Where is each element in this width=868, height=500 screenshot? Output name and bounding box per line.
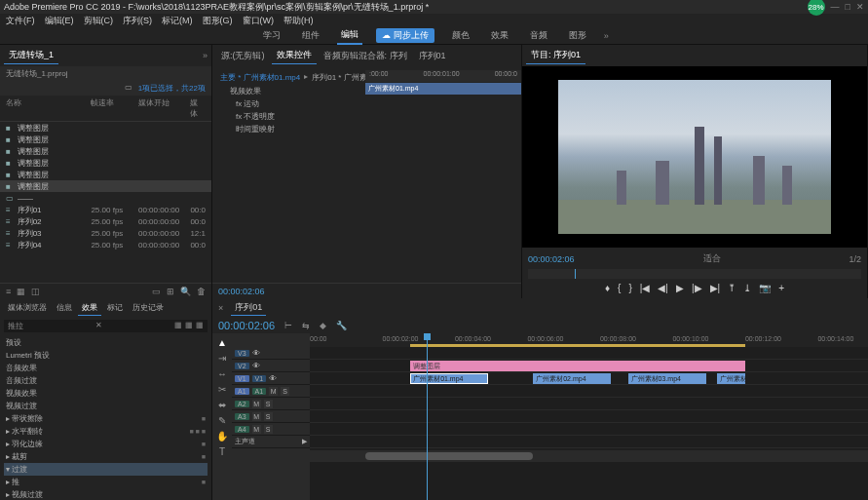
effect-item[interactable]: ▸ 视频过渡 (4, 488, 208, 500)
tl-snap-icon[interactable]: ⊢ (284, 321, 292, 330)
menu-edit[interactable]: 编辑(E) (45, 15, 74, 27)
window-close[interactable]: ✕ (856, 2, 864, 12)
timeline-timecode[interactable]: 00:00:02:06 (218, 320, 275, 331)
eff-tab-effects[interactable]: 效果 (78, 300, 101, 316)
track-head-v3[interactable]: V3👁 (232, 347, 310, 360)
effect-item[interactable]: ▸ 羽化边缘■ (4, 438, 208, 450)
ripple-tool-icon[interactable]: ↔ (217, 368, 227, 379)
menu-sequence[interactable]: 序列(S) (123, 15, 152, 27)
menu-marker[interactable]: 标记(M) (162, 15, 193, 27)
export-frame-icon[interactable]: 📷 (759, 283, 771, 293)
timeline-tracks[interactable]: 00:00 00:00:02:00 00:00:04:00 00:00:06:0… (310, 333, 868, 500)
eff-folder[interactable]: 音频效果 (4, 362, 208, 374)
eff-folder[interactable]: 视频效果 (4, 387, 208, 400)
tl-marker-icon[interactable]: ◆ (320, 321, 326, 330)
selection-tool-icon[interactable]: ▲ (217, 337, 227, 348)
track-head-a2[interactable]: A2MS (232, 398, 310, 410)
ws-effects[interactable]: 效果 (487, 27, 512, 44)
clip-v1-3[interactable]: 广州素材03.mp4 (628, 373, 706, 384)
mark-out-icon[interactable]: } (628, 283, 631, 293)
menu-clip[interactable]: 剪辑(C) (84, 15, 114, 27)
timeline-zoom-bar[interactable] (310, 450, 868, 462)
eff-tab-media[interactable]: 媒体浏览器 (4, 300, 51, 316)
clip-v1-1[interactable]: 广州素材01.mp4 (410, 373, 488, 384)
ws-learn[interactable]: 学习 (259, 27, 284, 44)
menu-help[interactable]: 帮助(H) (283, 15, 314, 27)
ec-timecode[interactable]: 00:00:02:06 (218, 287, 265, 296)
ec-tab-seq[interactable]: 序列01 (414, 48, 451, 64)
eff-folder[interactable]: 预设 (4, 336, 208, 349)
bin-row[interactable]: ≡序列0425.00 fps00:00:00:0000:0 (0, 239, 211, 250)
bin-row[interactable]: ■调整图层 (0, 169, 211, 180)
freeform-view-icon[interactable]: ◫ (31, 287, 40, 296)
effect-item[interactable]: ▸ 带状擦除■ (4, 412, 208, 425)
goto-out-icon[interactable]: ▶| (710, 283, 721, 293)
step-back-icon[interactable]: ◀| (658, 283, 668, 293)
clear-search-icon[interactable]: ✕ (95, 321, 102, 331)
ws-color[interactable]: 颜色 (448, 27, 473, 44)
find-icon[interactable]: 🔍 (180, 287, 191, 296)
step-fwd-icon[interactable]: |▶ (692, 283, 702, 293)
new-bin-icon[interactable]: ▭ (152, 287, 161, 296)
bin-row[interactable]: ▭—— (0, 192, 211, 204)
program-viewport[interactable] (522, 66, 867, 248)
ws-assembly[interactable]: 组件 (298, 27, 323, 44)
clip-v1-2[interactable]: 广州素材02.mp4 (533, 373, 611, 384)
settings-icon[interactable]: + (778, 283, 784, 293)
eff-folder[interactable]: 音频过渡 (4, 374, 208, 387)
new-item-icon[interactable]: ⊞ (167, 287, 174, 296)
eff-tab-history[interactable]: 历史记录 (129, 300, 168, 316)
effect-item[interactable]: ▾ 过渡 (4, 463, 208, 476)
bin-row[interactable]: ■调整图层 (0, 145, 211, 157)
program-scrub-bar[interactable] (528, 269, 861, 279)
program-timecode[interactable]: 00:00:02:06 (528, 254, 575, 264)
track-head-a3[interactable]: A3MS (232, 410, 310, 423)
hand-tool-icon[interactable]: ✋ (216, 431, 228, 442)
mark-in-icon[interactable]: { (618, 283, 621, 293)
pen-tool-icon[interactable]: ✎ (218, 415, 226, 426)
bin-row[interactable]: ■调整图层 (0, 122, 211, 134)
menu-graphics[interactable]: 图形(G) (203, 15, 233, 27)
type-tool-icon[interactable]: T (219, 446, 225, 457)
bin-row[interactable]: ≡序列0225.00 fps00:00:00:0000:0 (0, 215, 211, 227)
add-marker-icon[interactable]: ♦ (605, 283, 610, 293)
effect-item[interactable]: ▸ 推■ (4, 476, 208, 488)
ec-clip-bar[interactable]: 广州素材01.mp4 (365, 83, 521, 95)
track-head-a4[interactable]: A4MS (232, 423, 310, 436)
ws-more-icon[interactable]: » (604, 31, 609, 41)
eff-folder[interactable]: 视频过渡 (4, 400, 208, 412)
track-head-master[interactable]: 主声道▶ (232, 436, 310, 448)
trash-icon[interactable]: 🗑 (197, 287, 206, 296)
window-min[interactable]: — (831, 2, 840, 12)
goto-in-icon[interactable]: |◀ (640, 283, 651, 293)
playhead[interactable] (427, 333, 428, 500)
eff-folder[interactable]: Lumetri 预设 (4, 349, 208, 362)
effects-search[interactable]: 推拉 ✕ ▦▦▦ (4, 320, 208, 332)
track-select-tool-icon[interactable]: ⇥ (218, 353, 226, 364)
extract-icon[interactable]: ⤓ (743, 283, 751, 293)
eff-tab-info[interactable]: 信息 (53, 300, 76, 316)
ec-tab-audio-mixer[interactable]: 音频剪辑混合器: 序列 (319, 48, 412, 64)
panel-menu-icon[interactable]: » (203, 51, 208, 60)
track-head-v1[interactable]: V1V1👁 (232, 372, 310, 385)
list-view-icon[interactable]: ≡ (6, 287, 11, 296)
play-icon[interactable]: ▶ (676, 283, 684, 293)
effect-item[interactable]: ▸ 水平翻转■ ■ ■ (4, 425, 208, 438)
clip-adjustment[interactable]: 调整图层 (410, 361, 745, 371)
sync-badge[interactable]: 28% (808, 0, 825, 16)
ec-tab-effects[interactable]: 效果控件 (272, 47, 317, 64)
window-max[interactable]: □ (846, 2, 850, 12)
clip-v1-4[interactable]: 广州素材04.mp4 (717, 373, 745, 384)
ec-mini-timeline[interactable]: :00:00 00:00:01:00 00:00:0 广州素材01.mp4 (365, 70, 521, 285)
slip-tool-icon[interactable]: ⬌ (218, 400, 226, 410)
cloud-sync-button[interactable]: ☁ 同步上传 (376, 28, 434, 43)
ws-audio[interactable]: 音频 (526, 27, 551, 44)
program-tab[interactable]: 节目: 序列01 (526, 47, 585, 64)
ec-tab-source[interactable]: 源:(无剪辑) (216, 48, 270, 64)
timeline-ruler[interactable]: 00:00 00:00:02:00 00:00:04:00 00:00:06:0… (310, 333, 868, 347)
menu-file[interactable]: 文件(F) (6, 15, 35, 27)
program-ratio[interactable]: 1/2 (849, 254, 861, 264)
bin-icon[interactable]: ▭ (125, 83, 132, 94)
menu-window[interactable]: 窗口(W) (243, 15, 275, 27)
eff-tab-markers[interactable]: 标记 (103, 300, 127, 316)
